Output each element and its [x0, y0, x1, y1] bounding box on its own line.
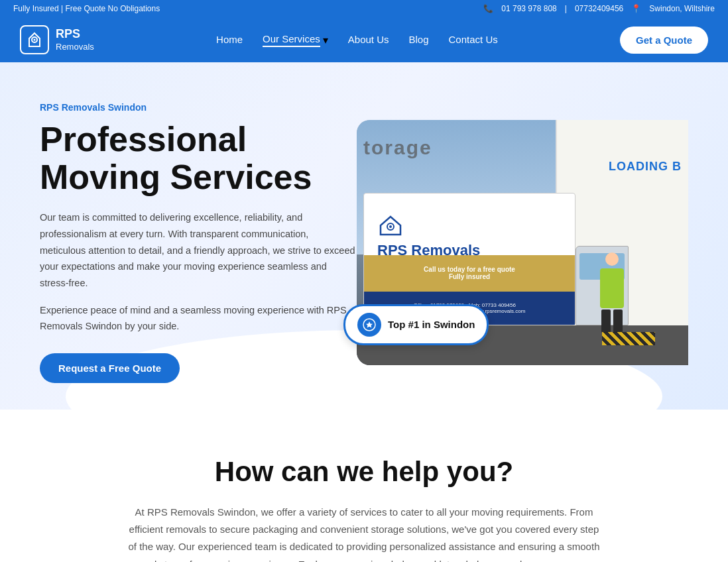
dropdown-chevron-icon: ▾	[323, 34, 328, 46]
phone-number-2: 07732409456	[575, 4, 623, 13]
badge-label: Top #1 in Swindon	[388, 319, 475, 330]
nav-home-link[interactable]: Home	[216, 34, 243, 45]
nav-home[interactable]: Home	[216, 34, 243, 46]
nav-about-us-link[interactable]: About Us	[348, 34, 389, 45]
nav-contact-us[interactable]: Contact Us	[449, 34, 498, 46]
worker-figure	[595, 253, 629, 332]
nav-contact-us-link[interactable]: Contact Us	[449, 34, 498, 45]
hero-title-line1: Professional	[40, 120, 247, 158]
logo-removals: Removals	[56, 42, 94, 52]
loading-ramp	[602, 332, 655, 345]
top-bar: Fully Insured | Free Quote No Obligation…	[0, 0, 728, 17]
hero-title: Professional Moving Services	[40, 121, 357, 196]
nav-links: Home Our Services ▾ About Us Blog Contac…	[216, 33, 498, 47]
location-label: Swindon, Wiltshire	[649, 4, 715, 13]
badge-trophy-icon	[357, 313, 381, 337]
hero-title-line2: Moving Services	[40, 158, 312, 196]
navbar: RPS Removals Home Our Services ▾ About U…	[0, 17, 728, 62]
truck-gold-line1: Call us today for a free quote	[424, 266, 515, 273]
loading-bay-text: LOADING B	[609, 160, 682, 174]
hero-description-1: Our team is committed to delivering exce…	[40, 209, 357, 291]
worker-head	[605, 253, 619, 266]
request-quote-button[interactable]: Request a Free Quote	[40, 353, 180, 383]
hero-subtitle: RPS Removals Swindon	[40, 102, 357, 113]
help-description: At RPS Removals Swindon, we offer a vari…	[125, 504, 603, 562]
logo[interactable]: RPS Removals	[20, 25, 94, 54]
get-quote-button[interactable]: Get a Quote	[620, 27, 708, 54]
truck-gold-bar: Call us today for a free quote Fully ins…	[364, 255, 575, 292]
help-section: How can we help you? At RPS Removals Swi…	[0, 410, 728, 562]
worker-leg-right	[613, 309, 623, 333]
nav-blog-link[interactable]: Blog	[408, 34, 428, 45]
phone-number-1: 01 793 978 808	[501, 4, 556, 13]
top-bar-info: Fully Insured | Free Quote No Obligation…	[13, 4, 160, 13]
worker-body	[600, 268, 624, 308]
hero-section: RPS Removals Swindon Professional Moving…	[0, 62, 728, 410]
logo-rps: RPS	[56, 27, 94, 42]
logo-text: RPS Removals	[56, 27, 94, 52]
logo-icon	[20, 25, 49, 54]
nav-about-us[interactable]: About Us	[348, 34, 389, 46]
nav-our-services[interactable]: Our Services ▾	[263, 33, 328, 47]
truck-gold-line2: Fully insured	[449, 273, 490, 280]
phone-divider: |	[565, 4, 567, 13]
hero-description-2: Experience peace of mind and a seamless …	[40, 302, 357, 335]
svg-point-3	[389, 225, 392, 228]
hero-image-container: LOADING B torage	[357, 120, 688, 365]
hero-content: RPS Removals Swindon Professional Moving…	[40, 102, 357, 383]
top-bar-right: 📞 01 793 978 808 | 07732409456 📍 Swindon…	[483, 4, 715, 13]
location-icon: 📍	[631, 4, 641, 13]
top-badge: Top #1 in Swindon	[343, 304, 489, 345]
phone-icon: 📞	[483, 4, 493, 13]
storage-text: torage	[363, 137, 432, 159]
nav-blog[interactable]: Blog	[408, 34, 428, 46]
nav-our-services-link[interactable]: Our Services	[263, 33, 320, 47]
top-bar-left: Fully Insured | Free Quote No Obligation…	[13, 4, 160, 13]
worker-legs	[595, 309, 629, 333]
help-title: How can we help you?	[80, 456, 648, 488]
worker-leg-left	[601, 309, 611, 333]
svg-point-1	[34, 39, 36, 41]
